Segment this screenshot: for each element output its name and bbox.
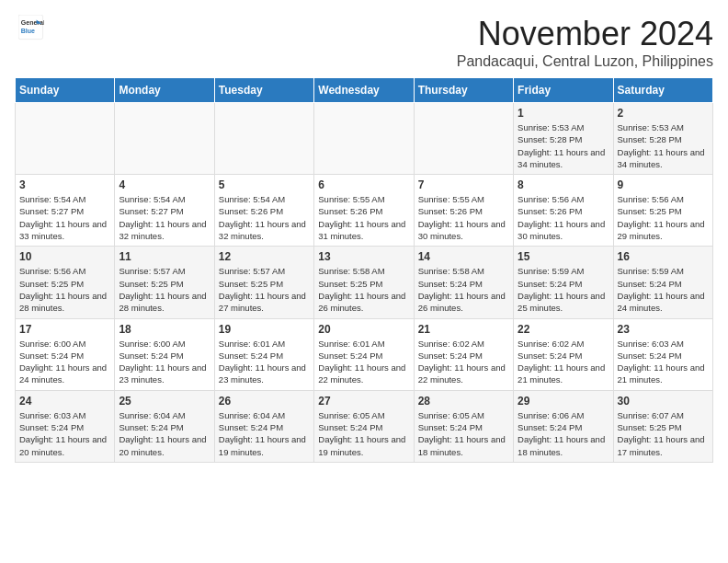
day-info: Sunrise: 5:53 AM Sunset: 5:28 PM Dayligh… xyxy=(618,121,709,170)
svg-text:General: General xyxy=(21,19,44,26)
day-info: Sunrise: 6:07 AM Sunset: 5:25 PM Dayligh… xyxy=(618,409,709,458)
day-info: Sunrise: 6:02 AM Sunset: 5:24 PM Dayligh… xyxy=(518,338,609,386)
calendar-cell: 25Sunrise: 6:04 AM Sunset: 5:24 PM Dayli… xyxy=(115,390,214,462)
day-number: 9 xyxy=(618,178,709,191)
day-info: Sunrise: 5:56 AM Sunset: 5:26 PM Dayligh… xyxy=(518,193,609,242)
day-number: 6 xyxy=(318,178,409,191)
day-info: Sunrise: 5:57 AM Sunset: 5:25 PM Dayligh… xyxy=(219,265,310,314)
day-info: Sunrise: 5:58 AM Sunset: 5:25 PM Dayligh… xyxy=(318,265,409,314)
weekday-header: Saturday xyxy=(613,78,712,103)
calendar-cell: 13Sunrise: 5:58 AM Sunset: 5:25 PM Dayli… xyxy=(314,247,414,318)
calendar-cell: 3Sunrise: 5:54 AM Sunset: 5:27 PM Daylig… xyxy=(16,175,115,247)
day-info: Sunrise: 5:54 AM Sunset: 5:27 PM Dayligh… xyxy=(119,193,210,242)
day-number: 29 xyxy=(518,395,609,408)
calendar-cell: 10Sunrise: 5:56 AM Sunset: 5:25 PM Dayli… xyxy=(16,247,115,318)
day-info: Sunrise: 6:01 AM Sunset: 5:24 PM Dayligh… xyxy=(318,338,409,386)
calendar-table: SundayMondayTuesdayWednesdayThursdayFrid… xyxy=(15,77,713,463)
calendar-cell: 14Sunrise: 5:58 AM Sunset: 5:24 PM Dayli… xyxy=(414,247,513,318)
calendar-cell xyxy=(314,103,414,175)
day-number: 20 xyxy=(318,323,409,336)
calendar-cell: 29Sunrise: 6:06 AM Sunset: 5:24 PM Dayli… xyxy=(514,390,613,462)
day-number: 22 xyxy=(518,323,609,336)
day-info: Sunrise: 6:00 AM Sunset: 5:24 PM Dayligh… xyxy=(119,338,210,386)
calendar-cell: 19Sunrise: 6:01 AM Sunset: 5:24 PM Dayli… xyxy=(214,318,313,390)
day-info: Sunrise: 5:54 AM Sunset: 5:26 PM Dayligh… xyxy=(219,193,310,242)
day-info: Sunrise: 6:04 AM Sunset: 5:24 PM Dayligh… xyxy=(219,409,310,458)
weekday-header: Monday xyxy=(115,78,214,103)
calendar-cell xyxy=(214,103,313,175)
calendar-cell: 23Sunrise: 6:03 AM Sunset: 5:24 PM Dayli… xyxy=(613,318,712,390)
day-info: Sunrise: 5:59 AM Sunset: 5:24 PM Dayligh… xyxy=(518,265,609,314)
day-info: Sunrise: 6:05 AM Sunset: 5:24 PM Dayligh… xyxy=(318,409,409,458)
calendar-cell: 11Sunrise: 5:57 AM Sunset: 5:25 PM Dayli… xyxy=(115,247,214,318)
day-info: Sunrise: 5:55 AM Sunset: 5:26 PM Dayligh… xyxy=(318,193,409,242)
calendar-cell: 6Sunrise: 5:55 AM Sunset: 5:26 PM Daylig… xyxy=(314,175,414,247)
day-number: 10 xyxy=(19,250,110,263)
location-subtitle: Pandacaqui, Central Luzon, Philippines xyxy=(457,53,713,70)
day-number: 19 xyxy=(219,323,310,336)
weekday-header: Sunday xyxy=(16,78,115,103)
logo: General Blue xyxy=(15,15,44,44)
title-block: November 2024 Pandacaqui, Central Luzon,… xyxy=(457,15,713,70)
day-info: Sunrise: 6:03 AM Sunset: 5:24 PM Dayligh… xyxy=(19,409,110,458)
calendar-cell: 12Sunrise: 5:57 AM Sunset: 5:25 PM Dayli… xyxy=(214,247,313,318)
day-number: 21 xyxy=(418,323,509,336)
calendar-cell: 5Sunrise: 5:54 AM Sunset: 5:26 PM Daylig… xyxy=(214,175,313,247)
day-info: Sunrise: 5:56 AM Sunset: 5:25 PM Dayligh… xyxy=(618,193,709,242)
calendar-cell: 18Sunrise: 6:00 AM Sunset: 5:24 PM Dayli… xyxy=(115,318,214,390)
calendar-cell xyxy=(115,103,214,175)
calendar-cell: 9Sunrise: 5:56 AM Sunset: 5:25 PM Daylig… xyxy=(613,175,712,247)
day-info: Sunrise: 5:54 AM Sunset: 5:27 PM Dayligh… xyxy=(19,193,110,242)
day-info: Sunrise: 5:58 AM Sunset: 5:24 PM Dayligh… xyxy=(418,265,509,314)
calendar-cell: 27Sunrise: 6:05 AM Sunset: 5:24 PM Dayli… xyxy=(314,390,414,462)
day-number: 3 xyxy=(19,178,110,191)
day-number: 13 xyxy=(318,250,409,263)
day-number: 26 xyxy=(219,395,310,408)
calendar-cell: 22Sunrise: 6:02 AM Sunset: 5:24 PM Dayli… xyxy=(514,318,613,390)
day-info: Sunrise: 6:04 AM Sunset: 5:24 PM Dayligh… xyxy=(119,409,210,458)
day-number: 30 xyxy=(618,395,709,408)
calendar-cell: 16Sunrise: 5:59 AM Sunset: 5:24 PM Dayli… xyxy=(613,247,712,318)
calendar-cell: 7Sunrise: 5:55 AM Sunset: 5:26 PM Daylig… xyxy=(414,175,513,247)
svg-text:Blue: Blue xyxy=(21,28,35,34)
day-info: Sunrise: 5:55 AM Sunset: 5:26 PM Dayligh… xyxy=(418,193,509,242)
day-info: Sunrise: 6:00 AM Sunset: 5:24 PM Dayligh… xyxy=(19,338,110,386)
day-info: Sunrise: 6:02 AM Sunset: 5:24 PM Dayligh… xyxy=(418,338,509,386)
calendar-cell xyxy=(414,103,513,175)
day-info: Sunrise: 5:59 AM Sunset: 5:24 PM Dayligh… xyxy=(618,265,709,314)
day-info: Sunrise: 6:01 AM Sunset: 5:24 PM Dayligh… xyxy=(219,338,310,386)
weekday-header: Wednesday xyxy=(314,78,414,103)
day-number: 4 xyxy=(119,178,210,191)
day-info: Sunrise: 6:05 AM Sunset: 5:24 PM Dayligh… xyxy=(418,409,509,458)
day-number: 23 xyxy=(618,323,709,336)
logo-icon: General Blue xyxy=(18,15,44,40)
calendar-cell: 1Sunrise: 5:53 AM Sunset: 5:28 PM Daylig… xyxy=(514,103,613,175)
day-number: 27 xyxy=(318,395,409,408)
day-number: 8 xyxy=(518,178,609,191)
calendar-cell: 28Sunrise: 6:05 AM Sunset: 5:24 PM Dayli… xyxy=(414,390,513,462)
day-info: Sunrise: 6:06 AM Sunset: 5:24 PM Dayligh… xyxy=(518,409,609,458)
calendar-cell: 21Sunrise: 6:02 AM Sunset: 5:24 PM Dayli… xyxy=(414,318,513,390)
day-number: 11 xyxy=(119,250,210,263)
calendar-cell: 4Sunrise: 5:54 AM Sunset: 5:27 PM Daylig… xyxy=(115,175,214,247)
day-number: 12 xyxy=(219,250,310,263)
day-number: 28 xyxy=(418,395,509,408)
day-number: 5 xyxy=(219,178,310,191)
weekday-header: Friday xyxy=(514,78,613,103)
day-info: Sunrise: 5:53 AM Sunset: 5:28 PM Dayligh… xyxy=(518,121,609,170)
calendar-cell: 8Sunrise: 5:56 AM Sunset: 5:26 PM Daylig… xyxy=(514,175,613,247)
calendar-cell: 17Sunrise: 6:00 AM Sunset: 5:24 PM Dayli… xyxy=(16,318,115,390)
calendar-cell xyxy=(16,103,115,175)
calendar-cell: 26Sunrise: 6:04 AM Sunset: 5:24 PM Dayli… xyxy=(214,390,313,462)
day-number: 1 xyxy=(518,107,609,120)
calendar-cell: 20Sunrise: 6:01 AM Sunset: 5:24 PM Dayli… xyxy=(314,318,414,390)
month-title: November 2024 xyxy=(457,15,713,53)
day-number: 24 xyxy=(19,395,110,408)
calendar-cell: 2Sunrise: 5:53 AM Sunset: 5:28 PM Daylig… xyxy=(613,103,712,175)
day-info: Sunrise: 5:56 AM Sunset: 5:25 PM Dayligh… xyxy=(19,265,110,314)
day-number: 16 xyxy=(618,250,709,263)
calendar-cell: 15Sunrise: 5:59 AM Sunset: 5:24 PM Dayli… xyxy=(514,247,613,318)
day-number: 18 xyxy=(119,323,210,336)
day-number: 7 xyxy=(418,178,509,191)
day-info: Sunrise: 6:03 AM Sunset: 5:24 PM Dayligh… xyxy=(618,338,709,386)
